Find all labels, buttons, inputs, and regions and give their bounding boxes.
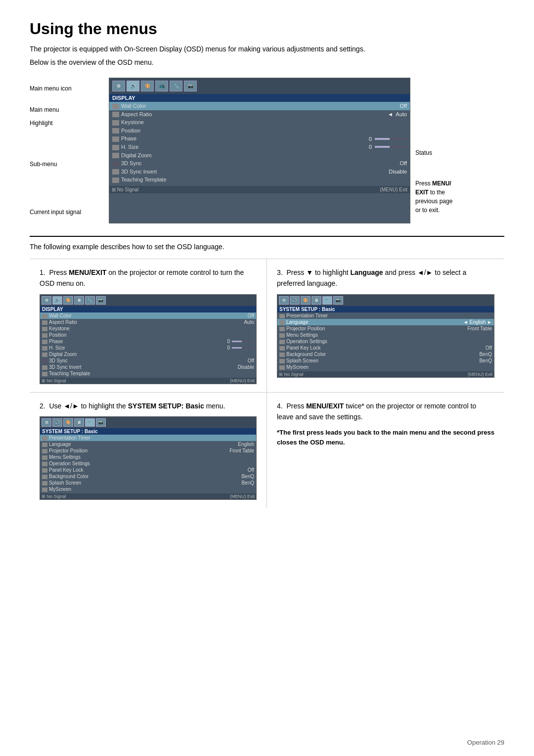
step-3: 3. Press ▼ to highlight Language and pre… (267, 259, 504, 393)
label-current-input: Current input signal (30, 209, 81, 216)
label-main-menu-icon: Main menu icon (30, 85, 72, 92)
step-3-text: 3. Press ▼ to highlight Language and pre… (277, 267, 494, 289)
steps-grid: 1. Press MENU/EXIT on the projector or r… (30, 259, 504, 508)
step-4-note: *The first press leads you back to the m… (277, 428, 494, 448)
page-footer: Operation 29 (467, 739, 504, 746)
step-3-screen: ⚙ 🔊 🎨 🖥 🔧 📷 SYSTEM SETUP : Basic Present… (277, 294, 494, 378)
osd-diagram: Main menu icon Main menu Highlight Sub-m… (30, 78, 504, 226)
step-1-screen: ⚙ 🔊 🎨 🖥 🔧 📷 DISPLAY Wall ColorOff Aspect… (40, 294, 257, 384)
step-4-text: 4. Press MENU/EXIT twice* on the project… (277, 400, 494, 423)
label-main-menu: Main menu (30, 106, 59, 113)
step-1-text: 1. Press MENU/EXIT on the projector or r… (40, 267, 257, 289)
step-4: 4. Press MENU/EXIT twice* on the project… (267, 393, 504, 508)
step-2: 2. Use ◄/► to highlight the SYSTEM SETUP… (30, 393, 267, 508)
step-2-text: 2. Use ◄/► to highlight the SYSTEM SETUP… (40, 400, 257, 411)
step-2-screen: ⚙ 🔊 🎨 🖥 🔧 📷 SYSTEM SETUP : Basic Present… (40, 416, 257, 500)
label-status: Status (415, 149, 432, 156)
osd-screen-diagram: ⚙ 🔊 🎨 📺 🔧 📷 DISPLAY Wall Color Off Aspec… (109, 78, 410, 223)
intro-line-2: Below is the overview of the OSD menu. (30, 57, 504, 68)
label-press-menu: Press MENU/EXIT to theprevious pageor to… (415, 179, 452, 215)
label-sub-menu: Sub-menu (30, 161, 57, 168)
label-highlight: Highlight (30, 120, 53, 127)
following-example-text: The following example describes how to s… (30, 236, 504, 251)
page-title: Using the menus (30, 20, 504, 38)
intro-line-1: The projector is equipped with On-Screen… (30, 44, 504, 54)
step-1: 1. Press MENU/EXIT on the projector or r… (30, 259, 267, 393)
